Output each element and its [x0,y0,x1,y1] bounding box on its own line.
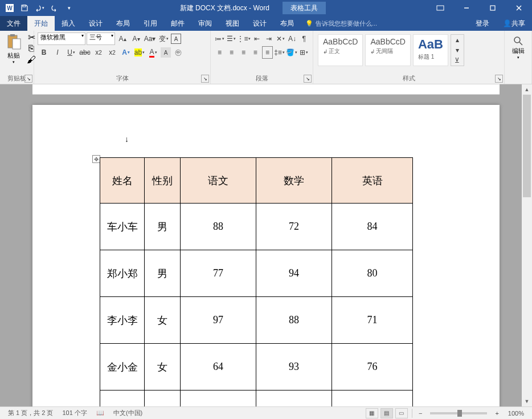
para-launcher-icon[interactable]: ↘ [304,75,312,83]
table-anchor-icon[interactable]: ✥ [92,155,100,163]
zoom-slider[interactable] [430,412,487,414]
th-chinese[interactable]: 语文 [181,158,256,204]
styles-launcher-icon[interactable]: ↘ [495,75,503,83]
signin-button[interactable]: 登录 [469,16,496,31]
clipboard-launcher-icon[interactable]: ↘ [24,75,32,83]
find-button[interactable]: 编辑 ▾ [507,32,529,63]
superscript-icon[interactable]: x2 [106,46,118,59]
style-more-icon[interactable]: ⊻ [451,55,464,66]
table-row[interactable]: 金小金女649376 [100,344,413,390]
line-spacing-icon[interactable]: ‡≡ [274,46,285,59]
table-row[interactable]: 李小李女978871 [100,297,413,344]
tab-view[interactable]: 视图 [219,16,246,31]
font-size-select[interactable]: 三号 [87,32,115,45]
paste-button[interactable]: 粘贴 ▾ [2,32,25,66]
tab-file[interactable]: 文件 [0,16,27,31]
show-marks-icon[interactable]: ¶ [298,32,309,45]
data-table[interactable]: 姓名 性别 语文 数学 英语 车小车男887284 郑小郑男779480 李小李… [100,157,413,406]
text-effects-icon[interactable]: A [120,46,132,59]
document-area[interactable]: ↓ ✥ 姓名 性别 语文 数学 英语 车小车男887284 郑小郑男779480… [0,84,532,406]
underline-icon[interactable]: U [65,46,77,59]
tab-mail[interactable]: 邮件 [164,16,191,31]
phonetic-guide-icon[interactable]: 变 [157,32,170,45]
bold-icon[interactable]: B [38,46,50,59]
tab-insert[interactable]: 插入 [55,16,82,31]
view-web-icon[interactable]: ▭ [395,408,408,418]
th-english[interactable]: 英语 [332,158,413,204]
zoom-out-icon[interactable]: − [416,410,424,417]
style-nospacing[interactable]: AaBbCcD ↲无间隔 [365,34,410,66]
save-icon[interactable] [17,1,32,15]
align-left-icon[interactable]: ≡ [214,46,225,59]
shading-icon[interactable]: 🪣 [286,46,297,59]
style-scroll-up-icon[interactable]: ▴ [451,35,464,45]
tab-references[interactable]: 引用 [137,16,164,31]
sort-icon[interactable]: A↓ [287,32,298,45]
increase-indent-icon[interactable]: ⇥ [263,32,274,45]
align-center-icon[interactable]: ≡ [226,46,237,59]
style-scroll-down-icon[interactable]: ▾ [451,45,464,55]
ribbon-display-icon[interactable] [427,0,453,16]
document-page[interactable]: ↓ ✥ 姓名 性别 语文 数学 英语 车小车男887284 郑小郑男779480… [32,105,500,406]
zoom-level[interactable]: 100% [504,410,529,417]
align-right-icon[interactable]: ≡ [238,46,249,59]
justify-icon[interactable]: ≡ [250,46,261,59]
font-launcher-icon[interactable]: ↘ [201,75,209,83]
grow-font-icon[interactable]: A▴ [116,32,129,45]
sb-words[interactable]: 101 个字 [58,409,91,417]
strikethrough-icon[interactable]: abc [79,46,91,59]
th-gender[interactable]: 性别 [145,158,181,204]
tab-table-design[interactable]: 设计 [246,16,273,31]
sb-page[interactable]: 第 1 页，共 2 页 [3,409,58,417]
maximize-icon[interactable] [480,0,506,16]
tab-table-layout[interactable]: 布局 [273,16,301,31]
multilevel-icon[interactable]: ⋮≡ [238,32,250,45]
font-name-select[interactable]: 微软雅黑 [38,32,85,45]
decrease-indent-icon[interactable]: ⇤ [251,32,262,45]
tab-review[interactable]: 审阅 [191,16,219,31]
tab-design[interactable]: 设计 [82,16,109,31]
font-color-icon[interactable]: A [147,46,159,59]
change-case-icon[interactable]: Aa▾ [144,32,156,45]
char-shading-icon[interactable]: A [161,47,171,58]
zoom-thumb[interactable] [457,410,462,417]
char-border-icon[interactable]: A [171,34,181,44]
th-math[interactable]: 数学 [256,158,332,204]
enclose-char-icon[interactable]: ㊥ [172,46,185,59]
tab-home[interactable]: 开始 [27,16,55,31]
sb-lang[interactable]: 中文(中国) [109,409,147,417]
borders-icon[interactable]: ⊞ [298,46,309,59]
undo-icon[interactable]: ▾ [32,1,47,15]
subscript-icon[interactable]: x2 [92,46,105,59]
close-icon[interactable] [506,0,532,16]
horizontal-ruler[interactable] [32,84,500,95]
scroll-down-icon[interactable]: ▼ [522,396,532,406]
minimize-icon[interactable] [453,0,480,16]
asian-layout-icon[interactable]: ✕ [275,32,286,45]
view-print-icon[interactable]: ▤ [380,408,393,418]
table-row[interactable] [100,390,413,407]
zoom-in-icon[interactable]: + [493,410,501,417]
redo-icon[interactable] [47,1,62,15]
table-row[interactable]: 车小车男887284 [100,204,413,250]
highlight-icon[interactable]: ab [133,46,146,59]
th-name[interactable]: 姓名 [100,158,145,204]
sb-spell-icon[interactable]: 📖 [92,409,109,417]
share-button[interactable]: 👤 共享 [496,16,532,31]
tellme-input[interactable]: 💡告诉我您想要做什么... [301,19,382,28]
share-icon: 👤 [503,19,511,27]
numbering-icon[interactable]: ☰ [226,32,237,45]
qat-customize-icon[interactable]: ▾ [62,1,76,15]
view-read-icon[interactable]: ▦ [366,408,378,418]
scroll-thumb[interactable] [523,95,531,197]
scroll-up-icon[interactable]: ▲ [522,84,532,95]
distributed-icon[interactable]: ≡ [262,46,273,59]
style-heading1[interactable]: AaB 标题 1 [413,34,448,66]
style-normal[interactable]: AaBbCcD ↲正文 [318,34,363,66]
table-row[interactable]: 郑小郑男779480 [100,250,413,297]
vertical-scrollbar[interactable]: ▲ ▼ [522,84,532,406]
italic-icon[interactable]: I [51,46,64,59]
tab-layout[interactable]: 布局 [109,16,137,31]
shrink-font-icon[interactable]: A▾ [130,32,142,45]
bullets-icon[interactable]: ≔ [214,32,225,45]
